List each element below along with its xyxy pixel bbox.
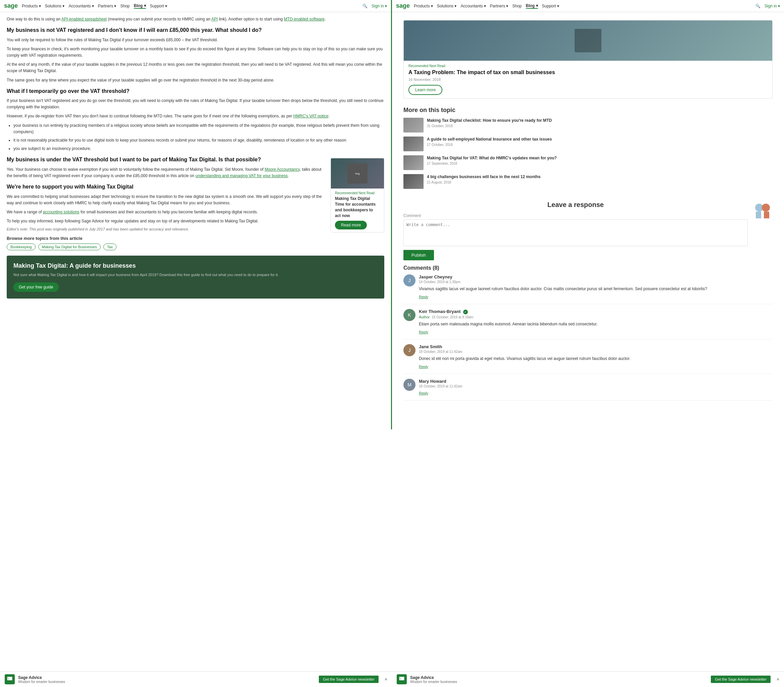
nav-products-right[interactable]: Products ▾ xyxy=(414,4,433,8)
topic-thumb-3 xyxy=(404,174,423,189)
section3-heading: My business is under the VAT threshold b… xyxy=(7,156,384,163)
nav-products-left[interactable]: Products ▾ xyxy=(22,4,41,8)
nav-partners-left[interactable]: Partners ▾ xyxy=(98,4,117,8)
comment-date-1: Author 15 October, 2019 at 9:18am xyxy=(419,315,598,319)
topic-title-2[interactable]: Making Tax Digital for VAT: What do HMRC… xyxy=(427,155,557,161)
rec-side-image: img xyxy=(331,158,384,189)
avatar-0: J xyxy=(404,274,415,286)
comment-date-0: 14 October, 2019 at 1:30pm xyxy=(419,280,707,284)
nav-shop-right[interactable]: Shop xyxy=(512,4,522,8)
comment-date-3: 18 October, 2019 at 11:42am xyxy=(419,385,463,388)
comment-label: Comment xyxy=(404,213,748,218)
left-nav: sage Products ▾ Solutions ▾ Accountants … xyxy=(0,0,391,12)
comment-body-2: Jane Smith 18 October, 2019 at 11:42am D… xyxy=(419,344,630,369)
section1-heading: My business is not VAT registered and I … xyxy=(7,26,384,34)
s4-p2: We have a range of accounting solutions … xyxy=(7,209,384,215)
nav-partners-right[interactable]: Partners ▾ xyxy=(490,4,509,8)
signin-right[interactable]: Sign in ▾ xyxy=(764,4,780,8)
s1-p2: To keep your finances in check, it's wor… xyxy=(7,46,384,59)
s4-p1: We are committed to helping small busine… xyxy=(7,194,384,206)
rec-title: A Taxing Problem: The impact of tax on s… xyxy=(408,69,768,76)
topic-date-2: 17 September, 2018 xyxy=(427,162,557,165)
right-panel: sage Products ▾ Solutions ▾ Accountants … xyxy=(392,0,784,429)
cta-button[interactable]: Get your free guide xyxy=(13,283,59,292)
topic-title-3[interactable]: 4 big challenges businesses will face in… xyxy=(427,174,541,180)
comment-item-3: M Mary Howard 18 October, 2019 at 11:42a… xyxy=(404,379,772,401)
nav-solutions-left[interactable]: Solutions ▾ xyxy=(45,4,65,8)
comment-body-3: Mary Howard 18 October, 2019 at 11:42am … xyxy=(419,379,463,396)
topic-item-3: 4 big challenges businesses will face in… xyxy=(404,174,772,189)
tag-mtd[interactable]: Making Tax Digital for Businesses xyxy=(38,243,100,250)
left-panel: sage Products ▾ Solutions ▾ Accountants … xyxy=(0,0,392,429)
author-label: Author xyxy=(419,315,430,319)
author-badge: ✓ xyxy=(463,310,468,314)
editor-note: Editor's note: This post was originally … xyxy=(7,227,384,231)
publish-button[interactable]: Publish xyxy=(404,250,434,260)
signin-left[interactable]: Sign in ▾ xyxy=(372,4,387,8)
understanding-vat-link[interactable]: understanding and managing VAT for your … xyxy=(195,173,288,178)
list-item-3: you are subject to an insolvency procedu… xyxy=(13,146,384,152)
recommended-box: Recomended Next Read A Taxing Problem: T… xyxy=(404,20,772,99)
nav-blog-left[interactable]: Blog ▾ xyxy=(134,3,146,9)
topic-date-0: 31 October, 2018 xyxy=(427,124,552,128)
hmrc-notice-link[interactable]: HMRC's VAT notice xyxy=(293,114,328,118)
topic-date-1: 17 October, 2018 xyxy=(427,143,552,146)
nav-solutions-right[interactable]: Solutions ▾ xyxy=(437,4,457,8)
right-content: Recomended Next Read A Taxing Problem: T… xyxy=(392,12,784,429)
list-item-2: it is not reasonably practicable for you… xyxy=(13,137,384,143)
tag-tax[interactable]: Tax xyxy=(104,243,117,250)
rec-image xyxy=(404,20,772,61)
exemptions-list: your business is run entirely by practic… xyxy=(13,122,384,152)
right-logo: sage xyxy=(396,2,410,9)
topic-title-1[interactable]: A guide to self-employed National Insura… xyxy=(427,136,552,142)
nav-accountants-left[interactable]: Accountants ▾ xyxy=(68,4,94,8)
api-link[interactable]: API xyxy=(211,17,218,21)
rec-side-label: Recommended Next Read xyxy=(335,191,380,195)
tag-bookkeeping[interactable]: Bookkeeping xyxy=(7,243,36,250)
nav-support-left[interactable]: Support ▾ xyxy=(150,4,167,8)
reply-link-1[interactable]: Reply xyxy=(419,330,428,334)
moore-accountancy-link[interactable]: Moore Accountancy xyxy=(265,167,300,172)
cta-box: Making Tax Digital: A guide for business… xyxy=(7,256,384,299)
topic-title-0[interactable]: Making Tax Digital checklist: How to ens… xyxy=(427,118,552,123)
comment-textarea[interactable] xyxy=(404,219,748,246)
search-icon-left[interactable]: 🔍 xyxy=(362,4,367,8)
reply-link-2[interactable]: Reply xyxy=(419,365,428,369)
topic-info-2: Making Tax Digital for VAT: What do HMRC… xyxy=(427,155,557,165)
reply-link-0[interactable]: Reply xyxy=(419,295,428,299)
s1-p4: The same goes for any time where you exp… xyxy=(7,77,384,84)
browse-section: Browse more topics from this article Boo… xyxy=(7,236,384,250)
browse-title: Browse more topics from this article xyxy=(7,236,384,241)
left-logo: sage xyxy=(4,2,18,9)
rec-label: Recomended Next Read xyxy=(408,64,768,68)
left-content: One way to do this is using an API-enabl… xyxy=(0,12,391,319)
rec-side-title: Making Tax Digital Time for accountants … xyxy=(335,196,380,219)
s3-p1: Yes. Your business can choose to waive e… xyxy=(7,166,384,179)
comment-item-0: J Jasper Cheyney 14 October, 2019 at 1:3… xyxy=(404,274,772,304)
s2-p1: If your business isn't VAT registered an… xyxy=(7,98,384,110)
leave-response-heading: Leave a response xyxy=(404,201,748,209)
comment-name-0: Jasper Cheyney xyxy=(419,274,707,279)
comment-body-0: Jasper Cheyney 14 October, 2019 at 1:30p… xyxy=(419,274,707,299)
nav-support-right[interactable]: Support ▾ xyxy=(542,4,559,8)
avatar-3: M xyxy=(404,379,415,391)
search-icon-right[interactable]: 🔍 xyxy=(756,4,761,8)
nav-shop-left[interactable]: Shop xyxy=(120,4,130,8)
right-nav: sage Products ▾ Solutions ▾ Accountants … xyxy=(392,0,784,12)
avatar-2: J xyxy=(404,344,415,356)
mtd-software-link[interactable]: MTD-enabled software xyxy=(284,17,324,21)
s2-p2: However, if you de-register from VAT the… xyxy=(7,113,384,120)
svg-point-3 xyxy=(762,204,770,212)
section4-heading: We're here to support you with Making Ta… xyxy=(7,183,384,191)
tags-container: Bookkeeping Making Tax Digital for Busin… xyxy=(7,243,384,250)
rec-body: Recomended Next Read A Taxing Problem: T… xyxy=(404,61,772,98)
read-more-button[interactable]: Read more xyxy=(335,221,367,229)
api-spreadsheet-link[interactable]: API-enabled spreadsheet xyxy=(61,17,107,21)
accounting-solutions-link[interactable]: accounting solutions xyxy=(43,210,79,214)
nav-accountants-right[interactable]: Accountants ▾ xyxy=(460,4,486,8)
intro-paragraph: One way to do this is using an API-enabl… xyxy=(7,16,384,23)
reply-link-3[interactable]: Reply xyxy=(419,391,428,395)
learn-more-button[interactable]: Learn more xyxy=(408,85,442,95)
nav-blog-right[interactable]: Blog ▾ xyxy=(526,3,538,9)
topic-item-0: Making Tax Digital checklist: How to ens… xyxy=(404,118,772,133)
